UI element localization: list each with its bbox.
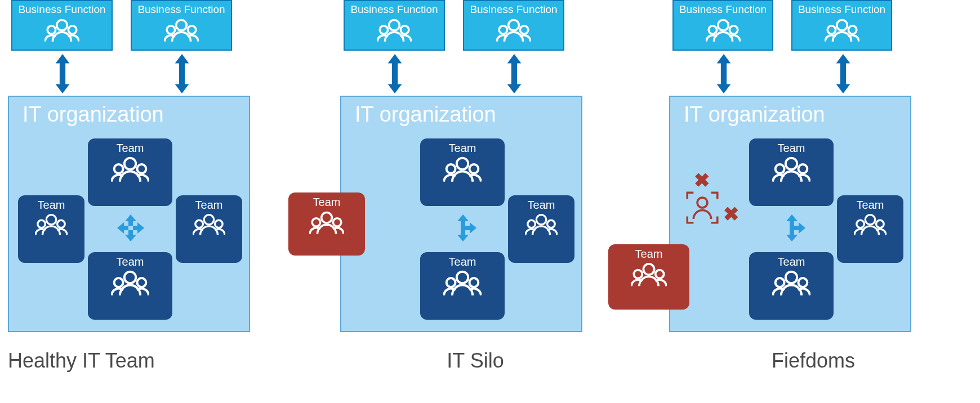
team-label: Team: [449, 142, 476, 155]
team-label: Team: [635, 248, 663, 261]
business-function-label: Business Function: [18, 3, 105, 16]
business-function-box: Business Function: [11, 0, 113, 51]
people-icon: [193, 212, 225, 236]
bidirectional-arrow-icon: [716, 54, 731, 93]
blocked-person-icon: [686, 191, 719, 224]
people-icon: [309, 209, 344, 236]
people-icon: [111, 155, 149, 183]
team-label: Team: [195, 199, 223, 212]
three-way-arrow-icon: [448, 213, 478, 243]
bidirectional-arrow-icon: [836, 54, 850, 93]
team-label: Team: [38, 199, 65, 212]
column-fiefdoms: Business Function Business Function IT o…: [627, 0, 892, 373]
business-function-row: Business Function Business Function: [627, 0, 892, 51]
team-label: Team: [778, 256, 805, 268]
people-icon: [496, 17, 531, 43]
people-icon: [525, 212, 558, 236]
team-box-right: Team: [176, 195, 242, 263]
business-function-box: Business Function: [344, 0, 445, 51]
x-mark-icon: ✖: [723, 203, 739, 225]
team-label: Team: [857, 199, 884, 212]
column-silo: Business Function Business Function IT o…: [318, 0, 582, 373]
team-box-bottom: Team: [88, 252, 172, 320]
team-box-left: Team: [18, 195, 84, 263]
x-mark-icon: ✖: [694, 169, 710, 191]
business-function-label: Business Function: [137, 3, 225, 16]
business-function-label: Business Function: [470, 3, 557, 16]
people-icon: [443, 155, 482, 183]
people-icon: [111, 268, 149, 297]
it-organization-title: IT organization: [670, 97, 910, 127]
business-function-box: Business Function: [463, 0, 564, 51]
arrow-row: [627, 51, 892, 96]
team-box-bottom: Team: [420, 252, 505, 320]
people-icon: [706, 17, 741, 43]
it-organization-box: IT organization Team Team Team Team: [8, 96, 250, 332]
business-function-label: Business Function: [679, 3, 767, 16]
people-icon: [631, 261, 667, 288]
team-box-top: Team: [88, 138, 172, 206]
bidirectional-arrow-icon: [175, 54, 189, 93]
bidirectional-arrow-icon: [387, 54, 402, 93]
people-icon: [772, 155, 810, 183]
it-organization-title: IT organization: [9, 97, 249, 127]
center-collaboration: [442, 212, 484, 244]
caption-fiefdoms: Fiefdoms: [627, 349, 892, 373]
it-organization-title: IT organization: [341, 97, 581, 127]
business-function-label: Business Function: [798, 3, 885, 16]
team-label: Team: [778, 142, 805, 155]
arrow-row: [318, 51, 582, 96]
four-way-arrow-icon: [116, 213, 145, 243]
business-function-box: Business Function: [791, 0, 892, 51]
caption-silo: IT Silo: [318, 349, 582, 373]
three-way-arrow-icon: [777, 213, 807, 243]
people-icon: [772, 268, 810, 297]
business-function-row: Business Function Business Function: [318, 0, 582, 51]
center-collaboration: [109, 212, 152, 244]
people-icon: [854, 212, 887, 236]
team-box-bottom: Team: [749, 252, 834, 320]
team-label: Team: [528, 199, 555, 212]
it-organization-box: IT organization Team Team Team ✖ ✖ Team: [669, 96, 911, 332]
team-label: Team: [117, 256, 144, 268]
people-icon: [825, 17, 859, 43]
team-box-right: Team: [508, 195, 574, 263]
people-icon: [443, 268, 482, 297]
it-organization-box: IT organization Team Team Team Team: [340, 96, 582, 332]
people-icon: [44, 17, 79, 43]
people-icon: [35, 212, 68, 236]
business-function-label: Business Function: [350, 3, 438, 16]
business-function-box: Business Function: [672, 0, 773, 51]
center-collaboration: [770, 212, 813, 244]
people-icon: [164, 17, 199, 43]
business-function-row: Business Function Business Function: [8, 0, 273, 51]
team-box-fiefdom: Team: [608, 244, 689, 310]
arrow-row: [8, 51, 273, 96]
business-function-box: Business Function: [131, 0, 232, 51]
caption-healthy: Healthy IT Team: [8, 349, 273, 373]
bidirectional-arrow-icon: [55, 54, 70, 93]
team-box-silo: Team: [288, 192, 365, 256]
team-box-top: Team: [420, 138, 505, 206]
people-icon: [377, 17, 412, 43]
team-label: Team: [449, 256, 476, 268]
column-healthy: Business Function Business Function IT o…: [8, 0, 273, 373]
team-label: Team: [117, 142, 144, 155]
team-box-right: Team: [837, 195, 903, 263]
team-box-top: Team: [749, 138, 834, 206]
team-label: Team: [313, 196, 341, 209]
bidirectional-arrow-icon: [507, 54, 522, 93]
